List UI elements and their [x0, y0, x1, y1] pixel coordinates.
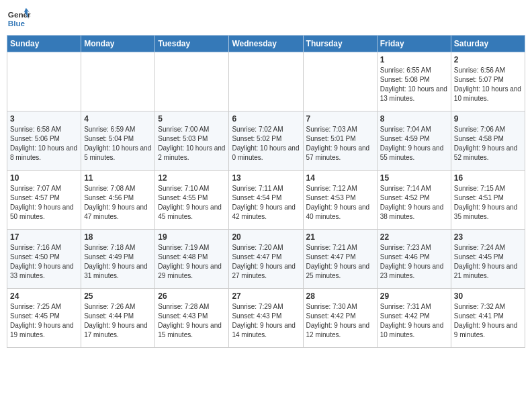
svg-text:Blue: Blue [8, 19, 26, 28]
day-number: 27 [232, 291, 300, 301]
cell-content: Sunrise: 6:55 AM Sunset: 5:08 PM Dayligh… [380, 66, 448, 103]
calendar-cell: 30Sunrise: 7:32 AM Sunset: 4:41 PM Dayli… [451, 289, 525, 348]
cell-content: Sunrise: 7:21 AM Sunset: 4:47 PM Dayligh… [306, 243, 374, 281]
day-number: 3 [10, 114, 78, 124]
calendar-cell: 21Sunrise: 7:21 AM Sunset: 4:47 PM Dayli… [303, 230, 377, 289]
calendar-cell: 11Sunrise: 7:08 AM Sunset: 4:56 PM Dayli… [81, 171, 155, 230]
page-header: GeneralBlue [7, 7, 525, 31]
cell-content: Sunrise: 7:18 AM Sunset: 4:49 PM Dayligh… [84, 243, 152, 281]
weekday-header-friday: Friday [377, 36, 451, 52]
calendar-cell: 24Sunrise: 7:25 AM Sunset: 4:45 PM Dayli… [7, 289, 81, 348]
cell-content: Sunrise: 7:20 AM Sunset: 4:47 PM Dayligh… [232, 243, 300, 281]
logo-icon: GeneralBlue [7, 7, 31, 31]
cell-content: Sunrise: 7:10 AM Sunset: 4:55 PM Dayligh… [158, 184, 226, 222]
calendar-cell: 1Sunrise: 6:55 AM Sunset: 5:08 PM Daylig… [377, 52, 451, 111]
cell-content: Sunrise: 7:23 AM Sunset: 4:46 PM Dayligh… [380, 243, 448, 281]
day-number: 22 [380, 232, 448, 242]
cell-content: Sunrise: 7:14 AM Sunset: 4:52 PM Dayligh… [380, 184, 448, 222]
calendar-cell: 5Sunrise: 7:00 AM Sunset: 5:03 PM Daylig… [155, 111, 229, 171]
calendar-cell: 17Sunrise: 7:16 AM Sunset: 4:50 PM Dayli… [7, 230, 81, 289]
calendar-cell: 9Sunrise: 7:06 AM Sunset: 4:58 PM Daylig… [451, 111, 525, 171]
calendar-cell: 7Sunrise: 7:03 AM Sunset: 5:01 PM Daylig… [303, 111, 377, 171]
day-number: 17 [10, 232, 78, 242]
cell-content: Sunrise: 6:56 AM Sunset: 5:07 PM Dayligh… [454, 66, 522, 103]
calendar-cell [303, 52, 377, 111]
cell-content: Sunrise: 7:24 AM Sunset: 4:45 PM Dayligh… [454, 243, 522, 281]
day-number: 21 [306, 232, 374, 242]
weekday-header-sunday: Sunday [7, 36, 81, 52]
calendar-cell: 10Sunrise: 7:07 AM Sunset: 4:57 PM Dayli… [7, 171, 81, 230]
day-number: 7 [306, 114, 374, 124]
calendar-cell: 13Sunrise: 7:11 AM Sunset: 4:54 PM Dayli… [229, 171, 303, 230]
day-number: 5 [158, 114, 226, 124]
cell-content: Sunrise: 7:28 AM Sunset: 4:43 PM Dayligh… [158, 302, 226, 340]
weekday-header-thursday: Thursday [303, 36, 377, 52]
calendar-cell: 25Sunrise: 7:26 AM Sunset: 4:44 PM Dayli… [81, 289, 155, 348]
day-number: 13 [232, 173, 300, 183]
day-number: 29 [380, 291, 448, 301]
cell-content: Sunrise: 7:04 AM Sunset: 4:59 PM Dayligh… [380, 125, 448, 163]
cell-content: Sunrise: 7:26 AM Sunset: 4:44 PM Dayligh… [84, 302, 152, 340]
cell-content: Sunrise: 7:00 AM Sunset: 5:03 PM Dayligh… [158, 125, 226, 163]
day-number: 30 [454, 291, 522, 301]
cell-content: Sunrise: 7:29 AM Sunset: 4:43 PM Dayligh… [232, 302, 300, 340]
calendar-cell: 18Sunrise: 7:18 AM Sunset: 4:49 PM Dayli… [81, 230, 155, 289]
cell-content: Sunrise: 7:07 AM Sunset: 4:57 PM Dayligh… [10, 184, 78, 222]
cell-content: Sunrise: 7:30 AM Sunset: 4:42 PM Dayligh… [306, 302, 374, 340]
calendar-table: SundayMondayTuesdayWednesdayThursdayFrid… [7, 35, 525, 348]
cell-content: Sunrise: 6:59 AM Sunset: 5:04 PM Dayligh… [84, 125, 152, 163]
calendar-cell: 6Sunrise: 7:02 AM Sunset: 5:02 PM Daylig… [229, 111, 303, 171]
week-row-2: 3Sunrise: 6:58 AM Sunset: 5:06 PM Daylig… [7, 111, 525, 171]
day-number: 2 [454, 55, 522, 64]
day-number: 23 [454, 232, 522, 242]
calendar-cell: 3Sunrise: 6:58 AM Sunset: 5:06 PM Daylig… [7, 111, 81, 171]
calendar-cell: 26Sunrise: 7:28 AM Sunset: 4:43 PM Dayli… [155, 289, 229, 348]
calendar-cell: 27Sunrise: 7:29 AM Sunset: 4:43 PM Dayli… [229, 289, 303, 348]
day-number: 6 [232, 114, 300, 124]
week-row-4: 17Sunrise: 7:16 AM Sunset: 4:50 PM Dayli… [7, 230, 525, 289]
day-number: 12 [158, 173, 226, 183]
day-number: 1 [380, 55, 448, 64]
calendar-cell: 16Sunrise: 7:15 AM Sunset: 4:51 PM Dayli… [451, 171, 525, 230]
day-number: 20 [232, 232, 300, 242]
calendar-cell: 2Sunrise: 6:56 AM Sunset: 5:07 PM Daylig… [451, 52, 525, 111]
day-number: 16 [454, 173, 522, 183]
day-number: 4 [84, 114, 152, 124]
calendar-cell: 14Sunrise: 7:12 AM Sunset: 4:53 PM Dayli… [303, 171, 377, 230]
day-number: 19 [158, 232, 226, 242]
week-row-5: 24Sunrise: 7:25 AM Sunset: 4:45 PM Dayli… [7, 289, 525, 348]
day-number: 18 [84, 232, 152, 242]
cell-content: Sunrise: 7:16 AM Sunset: 4:50 PM Dayligh… [10, 243, 78, 281]
weekday-header-saturday: Saturday [451, 36, 525, 52]
calendar-cell: 22Sunrise: 7:23 AM Sunset: 4:46 PM Dayli… [377, 230, 451, 289]
calendar-cell: 23Sunrise: 7:24 AM Sunset: 4:45 PM Dayli… [451, 230, 525, 289]
weekday-header-wednesday: Wednesday [229, 36, 303, 52]
cell-content: Sunrise: 7:02 AM Sunset: 5:02 PM Dayligh… [232, 125, 300, 163]
day-number: 8 [380, 114, 448, 124]
day-number: 26 [158, 291, 226, 301]
cell-content: Sunrise: 7:08 AM Sunset: 4:56 PM Dayligh… [84, 184, 152, 222]
cell-content: Sunrise: 6:58 AM Sunset: 5:06 PM Dayligh… [10, 125, 78, 163]
day-number: 24 [10, 291, 78, 301]
calendar-cell [7, 52, 81, 111]
weekday-header-tuesday: Tuesday [155, 36, 229, 52]
cell-content: Sunrise: 7:03 AM Sunset: 5:01 PM Dayligh… [306, 125, 374, 163]
calendar-cell: 12Sunrise: 7:10 AM Sunset: 4:55 PM Dayli… [155, 171, 229, 230]
cell-content: Sunrise: 7:31 AM Sunset: 4:42 PM Dayligh… [380, 302, 448, 340]
day-number: 28 [306, 291, 374, 301]
day-number: 15 [380, 173, 448, 183]
calendar-cell: 8Sunrise: 7:04 AM Sunset: 4:59 PM Daylig… [377, 111, 451, 171]
calendar-cell: 19Sunrise: 7:19 AM Sunset: 4:48 PM Dayli… [155, 230, 229, 289]
cell-content: Sunrise: 7:12 AM Sunset: 4:53 PM Dayligh… [306, 184, 374, 222]
weekday-header-row: SundayMondayTuesdayWednesdayThursdayFrid… [7, 36, 525, 52]
cell-content: Sunrise: 7:15 AM Sunset: 4:51 PM Dayligh… [454, 184, 522, 222]
weekday-header-monday: Monday [81, 36, 155, 52]
week-row-3: 10Sunrise: 7:07 AM Sunset: 4:57 PM Dayli… [7, 171, 525, 230]
cell-content: Sunrise: 7:11 AM Sunset: 4:54 PM Dayligh… [232, 184, 300, 222]
day-number: 10 [10, 173, 78, 183]
day-number: 11 [84, 173, 152, 183]
cell-content: Sunrise: 7:25 AM Sunset: 4:45 PM Dayligh… [10, 302, 78, 340]
day-number: 14 [306, 173, 374, 183]
cell-content: Sunrise: 7:32 AM Sunset: 4:41 PM Dayligh… [454, 302, 522, 340]
cell-content: Sunrise: 7:19 AM Sunset: 4:48 PM Dayligh… [158, 243, 226, 281]
